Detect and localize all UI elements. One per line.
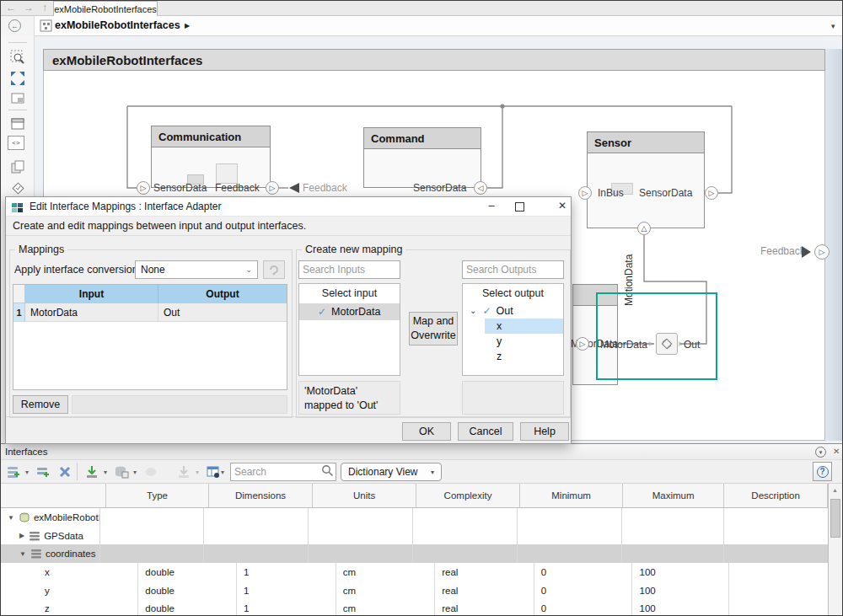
panel-menu-icon[interactable]: ▾ xyxy=(815,447,826,458)
select-input-list[interactable]: Select input ✓ MotorData xyxy=(298,283,400,376)
output-tree-root[interactable]: ⌄ ✓ Out xyxy=(463,303,563,319)
app-window: ← → ↑ exMobileRobotInterfaces ← exMobile… xyxy=(0,0,843,616)
search-icon xyxy=(321,464,334,480)
model-tab[interactable]: exMobileRobotInterfaces xyxy=(53,1,158,16)
chevron-down-icon[interactable]: ⌄ xyxy=(470,306,476,315)
caret-down-icon: ▾ xyxy=(431,469,434,476)
mapping-row-input[interactable]: MotorData xyxy=(25,303,158,322)
browse-back-icon[interactable]: ← xyxy=(8,19,21,32)
search-outputs-field[interactable] xyxy=(462,260,564,279)
tree-open-icon[interactable]: ▼ xyxy=(8,514,14,522)
save-dropdown-icon[interactable]: ▾ xyxy=(131,462,139,482)
row-name: GPSdata xyxy=(44,531,83,541)
output-tree-item-x[interactable]: x xyxy=(485,319,563,334)
zoom-region-icon[interactable] xyxy=(8,47,28,67)
map-overwrite-button[interactable]: Map and Overwrite xyxy=(409,312,458,345)
view-columns-dropdown-icon[interactable]: ▾ xyxy=(218,462,227,482)
window-panel-icon[interactable] xyxy=(8,114,28,134)
output-tree-item-y[interactable]: y xyxy=(485,334,563,349)
convert-button[interactable] xyxy=(263,260,285,279)
table-row[interactable]: y double 1 cm real 0 100 xyxy=(1,581,828,600)
fit-to-view-icon[interactable] xyxy=(8,68,28,88)
sensor-out-port-label: SensorData xyxy=(639,187,692,199)
caret-down-icon: ▾ xyxy=(25,469,29,476)
mapping-row-output[interactable]: Out xyxy=(158,303,287,322)
dialog-titlebar[interactable]: Edit Interface Mappings : Interface Adap… xyxy=(6,197,571,217)
remove-button[interactable]: Remove xyxy=(13,395,68,414)
table-row[interactable]: z double 1 cm real 0 100 xyxy=(1,599,828,616)
column-header: Dimensions xyxy=(209,484,313,507)
sensor-bottom-port[interactable]: △ xyxy=(637,222,651,235)
sensor-out-port[interactable]: ▷ xyxy=(705,186,718,200)
copy-icon[interactable] xyxy=(8,157,28,177)
import-dropdown-icon[interactable]: ▾ xyxy=(101,462,110,482)
input-list-item[interactable]: ✓ MotorData xyxy=(299,303,400,320)
search-inputs-field[interactable] xyxy=(298,260,400,279)
output-tree-item-z[interactable]: z xyxy=(485,349,563,364)
nav-back-icon[interactable]: ← xyxy=(6,2,16,13)
interface-adapter-block[interactable] xyxy=(656,333,678,355)
communication-out-port[interactable]: ▷ xyxy=(266,181,279,195)
add-element-icon[interactable] xyxy=(33,462,53,482)
ok-button[interactable]: OK xyxy=(402,422,451,441)
scrollbar-thumb[interactable] xyxy=(830,499,840,538)
arch-feedback-port[interactable]: ▷ xyxy=(814,244,830,260)
save-icon[interactable] xyxy=(111,462,132,482)
table-row[interactable]: ▶ GPSdata xyxy=(1,527,828,545)
panel-close-icon[interactable]: ✕ xyxy=(833,447,840,456)
conversion-select[interactable]: None ⌄ xyxy=(135,260,258,279)
tree-open-icon[interactable]: ▼ xyxy=(19,550,26,558)
add-interface-dropdown-icon[interactable]: ▾ xyxy=(23,462,31,482)
add-interface-icon[interactable] xyxy=(3,462,24,482)
export-dropdown-icon: ▾ xyxy=(193,462,201,482)
output-child-label: z xyxy=(497,351,502,362)
communication-in-port[interactable]: ▷ xyxy=(137,181,150,195)
hidden-component-out-port[interactable]: ▷ xyxy=(576,337,589,351)
nav-up-icon[interactable]: ↑ xyxy=(42,2,47,13)
output-root-label: Out xyxy=(496,305,513,317)
sensor-in-port[interactable]: ▷ xyxy=(578,186,592,200)
view-selector[interactable]: Dictionary View ▾ xyxy=(341,463,442,481)
adapter-in-label: MotorData xyxy=(600,339,647,351)
command-block[interactable]: Command xyxy=(363,127,481,188)
scroll-up-icon[interactable]: ▲ xyxy=(832,487,838,493)
communication-block-title: Communication xyxy=(152,126,270,147)
help-icon[interactable]: ? xyxy=(813,462,832,481)
minimize-icon[interactable]: – xyxy=(480,199,503,212)
import-icon[interactable] xyxy=(82,462,102,482)
close-icon[interactable]: ✕ xyxy=(550,200,574,212)
viewport-icon[interactable] xyxy=(8,88,28,109)
cancel-button[interactable]: Cancel xyxy=(458,422,513,441)
interfaces-header: Interfaces ▾ ✕ xyxy=(1,444,842,460)
breadcrumb-path[interactable]: exMobileRobotInterfaces xyxy=(55,19,180,31)
table-row[interactable]: x double 1 cm real 0 100 xyxy=(1,563,828,582)
port-out-icon: ▷ xyxy=(819,248,825,256)
delete-icon[interactable] xyxy=(55,462,75,482)
interfaces-title: Interfaces xyxy=(5,447,48,457)
port-out-icon: ▷ xyxy=(141,184,147,192)
adapter-out-nub-icon: ▷ xyxy=(679,340,683,347)
badge-icon[interactable] xyxy=(8,178,28,198)
help-button[interactable]: Help xyxy=(520,422,569,441)
adapter-swap-icon xyxy=(660,337,674,351)
port-up-icon: △ xyxy=(642,224,647,233)
communication-block[interactable]: Communication xyxy=(151,126,271,188)
dialog-app-icon xyxy=(12,201,24,217)
code-view-icon[interactable]: <> xyxy=(8,136,24,150)
table-row[interactable]: ▼ exMobileRobotInt xyxy=(1,508,828,528)
table-row-selected[interactable]: ▼ coordinates xyxy=(1,544,828,564)
sensor-block[interactable]: Sensor xyxy=(587,131,705,228)
table-vscrollbar[interactable]: ▲ xyxy=(828,484,842,616)
mappings-table[interactable]: Input Output 1 MotorData Out xyxy=(13,284,287,390)
command-in-port[interactable]: ◁ xyxy=(474,181,487,195)
row-number-header xyxy=(13,285,25,303)
breadcrumb-caret-icon[interactable]: ▶ xyxy=(185,22,190,29)
select-output-tree[interactable]: Select output ⌄ ✓ Out x y z xyxy=(462,283,564,376)
nav-forward-icon[interactable]: → xyxy=(24,2,34,13)
maximize-icon[interactable] xyxy=(515,202,524,212)
conversion-value: None xyxy=(141,264,165,276)
caret-down-icon: ▾ xyxy=(221,469,224,476)
breadcrumb-dropdown-icon[interactable]: ▾ xyxy=(831,22,835,30)
caret-down-icon: ▾ xyxy=(104,469,107,476)
tree-closed-icon[interactable]: ▶ xyxy=(19,532,24,539)
